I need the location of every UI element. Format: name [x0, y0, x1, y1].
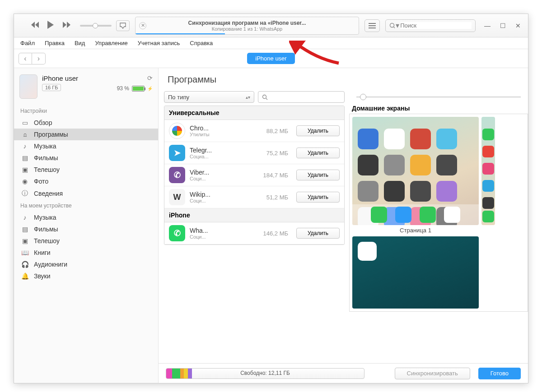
sidebar-label: Звуки — [34, 272, 51, 280]
app-row[interactable]: ✆Wha...Соци...146,2 МБУдалить — [164, 222, 344, 244]
sidebar-label: Сведения — [34, 190, 63, 197]
app-row[interactable]: Chro...Утилиты88,2 МБУдалить — [164, 120, 344, 142]
sidebar-item-Музыка[interactable]: ♪Музыка — [14, 140, 158, 152]
cancel-sync-button[interactable]: ✕ — [139, 22, 146, 29]
app-row[interactable]: WWikip...Соци...51,2 МБУдалить — [164, 186, 344, 208]
app-row[interactable]: ✆Viber...Соци...184,7 МБУдалить — [164, 164, 344, 186]
sidebar-item-Аудиокниги[interactable]: 🎧Аудиокниги — [14, 258, 158, 270]
app-icon — [410, 129, 431, 149]
battery-percent: 93 % — [117, 85, 129, 92]
device-pill[interactable]: iPhone user — [247, 53, 294, 64]
sidebar-icon: 🎧 — [20, 261, 29, 268]
sidebar-item-Музыка[interactable]: ♪Музыка — [14, 212, 158, 223]
sidebar-label: Фильмы — [34, 154, 58, 161]
home-screen-2[interactable] — [481, 117, 495, 225]
app-icon — [482, 197, 494, 209]
menu-file[interactable]: Файл — [20, 40, 35, 46]
sidebar-item-Книги[interactable]: 📖Книги — [14, 247, 158, 258]
dock-icon — [371, 207, 387, 223]
app-icon — [436, 181, 457, 202]
search-field[interactable]: ▾ — [385, 19, 476, 32]
sidebar-icon: 📖 — [20, 249, 29, 256]
device-summary: iPhone user 16 ГБ ⟳ 93 % ⚡ — [14, 68, 158, 105]
sidebar-icon: ⓘ — [20, 189, 29, 198]
app-group-header: iPhone — [164, 208, 344, 222]
remove-button[interactable]: Удалить — [296, 192, 340, 203]
sync-button[interactable]: Синхронизировать — [395, 368, 470, 379]
menu-account[interactable]: Учетная запись — [138, 40, 180, 46]
next-button[interactable] — [63, 22, 71, 30]
sidebar-icon: ▣ — [20, 237, 29, 244]
dock-icon — [395, 207, 411, 223]
volume-slider[interactable] — [80, 25, 112, 27]
menu-help[interactable]: Справка — [190, 40, 213, 46]
minimize-button[interactable]: — — [482, 20, 493, 31]
itunes-window: ✕ Синхронизация программ на «iPhone user… — [14, 14, 528, 383]
home-screen-1[interactable]: Страница 1 — [352, 117, 479, 309]
search-input[interactable] — [400, 22, 472, 29]
sidebar-item-Фильмы[interactable]: ▤Фильмы — [14, 152, 158, 164]
view-list-button[interactable] — [364, 19, 380, 32]
sort-select[interactable]: По типу ▴▾ — [164, 91, 254, 103]
sidebar-item-Сведения[interactable]: ⓘСведения — [14, 187, 158, 200]
sidebar-item-Телешоу[interactable]: ▣Телешоу — [14, 235, 158, 247]
settings-header: Настройки — [14, 105, 158, 117]
maximize-button[interactable]: ☐ — [497, 20, 508, 31]
app-icon — [482, 163, 494, 175]
sidebar-label: Программы — [34, 131, 68, 138]
app-category: Соци... — [190, 176, 252, 181]
app-row[interactable]: ➤Telegr...Социа...75,2 МБУдалить — [164, 142, 344, 164]
airplay-button[interactable] — [116, 20, 130, 31]
app-icon — [410, 155, 431, 175]
sidebar-icon: ⩍ — [20, 131, 29, 138]
play-button[interactable] — [47, 21, 55, 31]
menu-controls[interactable]: Управление — [95, 40, 127, 46]
sidebar-item-Фото[interactable]: ◉Фото — [14, 175, 158, 187]
sidebar-item-Звуки[interactable]: 🔔Звуки — [14, 270, 158, 282]
app-icon — [358, 181, 378, 202]
sidebar-icon: 🔔 — [20, 272, 29, 280]
search-icon — [389, 23, 395, 29]
app-icon — [436, 155, 457, 175]
menu-edit[interactable]: Правка — [45, 40, 65, 46]
page-label: Страница 1 — [352, 227, 479, 234]
app-name: Viber... — [190, 169, 252, 176]
capacity-bar: Свободно: 12,11 ГБ — [166, 368, 364, 379]
app-name: Chro... — [190, 125, 252, 132]
app-icon — [169, 123, 185, 139]
app-icon — [384, 181, 405, 202]
done-button[interactable]: Готово — [478, 368, 521, 379]
prev-button[interactable] — [31, 22, 39, 30]
sidebar-item-Телешоу[interactable]: ▣Телешоу — [14, 164, 158, 175]
zoom-slider[interactable] — [349, 91, 528, 103]
remove-button[interactable]: Удалить — [296, 148, 340, 158]
home-screens-header: Домашние экраны — [349, 103, 528, 114]
app-category: Соци... — [190, 234, 252, 240]
device-thumbnail — [19, 74, 37, 99]
ondevice-header: На моем устройстве — [14, 200, 158, 212]
sidebar-item-Программы[interactable]: ⩍Программы — [14, 129, 158, 140]
sidebar-label: Телешоу — [34, 166, 60, 173]
remove-button[interactable]: Удалить — [296, 125, 340, 136]
remove-button[interactable]: Удалить — [296, 170, 340, 180]
nav-forward-button[interactable]: › — [32, 53, 46, 65]
app-icon — [358, 242, 377, 261]
nav-back-button[interactable]: ‹ — [19, 53, 32, 65]
app-icon — [384, 155, 405, 175]
sidebar-icon: ▣ — [20, 166, 29, 173]
app-name: Telegr... — [190, 147, 252, 154]
app-size: 51,2 МБ — [257, 194, 288, 201]
app-search[interactable] — [258, 91, 345, 103]
remove-button[interactable]: Удалить — [296, 228, 340, 239]
app-icon: ✆ — [169, 225, 185, 241]
sidebar-item-Обзор[interactable]: ▭Обзор — [14, 117, 158, 129]
menu-view[interactable]: Вид — [75, 40, 85, 46]
content-pane: Программы По типу ▴▾ УниверсальныеChro..… — [159, 68, 528, 383]
sidebar-item-Фильмы[interactable]: ▤Фильмы — [14, 223, 158, 235]
app-icon — [384, 129, 405, 149]
home-screen-3[interactable] — [352, 236, 479, 309]
sidebar-label: Музыка — [34, 143, 56, 150]
sidebar-icon: ▭ — [20, 119, 29, 126]
close-button[interactable]: ✕ — [513, 20, 523, 31]
sync-icon[interactable]: ⟳ — [147, 74, 153, 82]
